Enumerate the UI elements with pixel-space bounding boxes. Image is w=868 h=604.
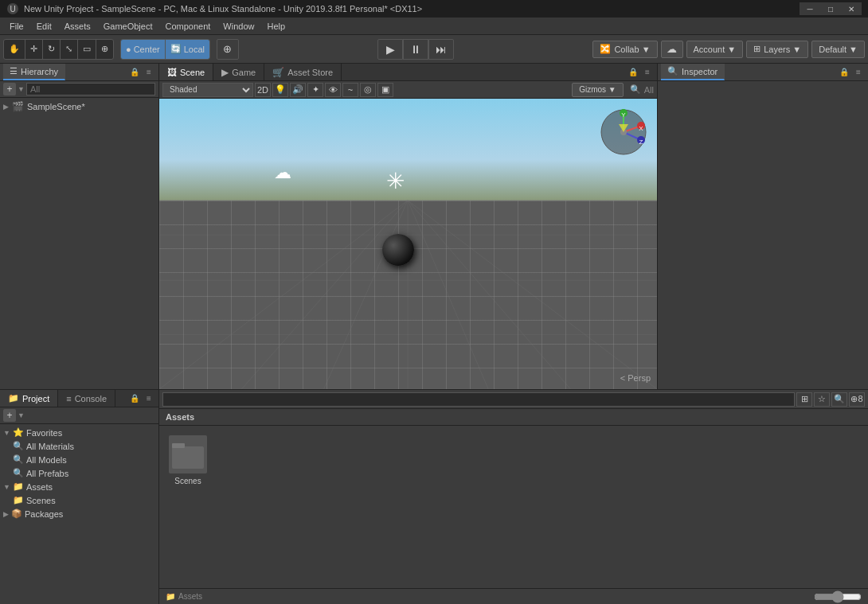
game-tab-icon: ▶ [221,67,229,78]
inspector-menu-button[interactable]: ≡ [852,66,865,79]
menu-file[interactable]: File [3,18,30,34]
assets-filter-button[interactable]: ⊞ [796,392,812,407]
pause-button[interactable]: ⏸ [403,39,428,60]
close-button[interactable]: ✕ [841,2,862,15]
project-menu-button[interactable]: ≡ [143,392,155,405]
all-materials-item[interactable]: 🔍 All Materials [10,439,158,453]
project-lock-button[interactable]: 🔒 [128,392,141,405]
hierarchy-add-button[interactable]: + [3,83,16,95]
menu-assets[interactable]: Assets [58,18,97,34]
right-toolbar: 🔀 Collab ▼ ☁ Account ▼ ⊞ Layers ▼ Defaul… [592,41,865,58]
inspector-tab[interactable]: 🔍 Inspector [661,64,725,80]
maximize-button[interactable]: □ [820,2,841,15]
step-button[interactable]: ⏭ [428,39,454,60]
assets-folder-icon: 📁 [13,481,24,492]
assets-expand-arrow: ▼ [3,483,10,491]
game-tab-label: Game [232,68,256,77]
search-icon: 🔍 [630,84,641,95]
packages-expand-arrow: ▶ [3,510,9,518]
scene-fx-button[interactable]: ✦ [307,83,323,97]
gizmos-label: Gizmos ▼ [579,85,616,94]
assets-search-button[interactable]: 🔍 [831,392,847,407]
rotate-tool-button[interactable]: ↻ [43,39,60,60]
hierarchy-menu-button[interactable]: ≡ [143,66,155,79]
scene-light-button[interactable]: 💡 [272,83,288,97]
gizmos-button[interactable]: Gizmos ▼ [572,83,624,97]
all-prefabs-item[interactable]: 🔍 All Prefabs [10,466,158,480]
assets-footer-path: Assets [178,592,202,601]
scenes-folder-label: Scenes [174,477,201,485]
assets-more-button[interactable]: ⊕8 [849,392,865,407]
shading-mode-select[interactable]: Shaded Wireframe Shaded Wireframe [162,83,253,97]
snap-button[interactable]: ⊕ [217,39,239,60]
assets-search-input[interactable] [162,392,795,407]
minimize-button[interactable]: ─ [800,2,820,15]
asset-size-slider[interactable] [814,590,862,603]
animated-materials-button[interactable]: ▣ [377,83,393,97]
cloud-button[interactable]: ☁ [661,41,683,58]
project-tab[interactable]: 📁 Project [0,390,58,407]
menu-help[interactable]: Help [260,18,291,34]
hierarchy-title: Hierarchy [21,67,58,76]
layout-button[interactable]: Default ▼ [811,41,865,58]
menu-component[interactable]: Component [158,18,217,34]
scene-lock-button[interactable]: 🔒 [627,66,639,79]
favorites-item[interactable]: ▼ ⭐ Favorites [0,426,158,439]
layers-button[interactable]: ⊞ Layers ▼ [746,41,808,58]
title-bar: U New Unity Project - SampleScene - PC, … [0,0,868,18]
all-models-icon: 🔍 [13,454,24,465]
local-button[interactable]: 🔄 Local [166,39,209,60]
inspector-icon: 🔍 [667,66,678,76]
console-tab[interactable]: ≡ Console [58,390,115,407]
hide-skybox-button[interactable]: 👁 [325,83,341,97]
assets-section: 📁 Scenes [0,493,158,507]
all-search-label: All [644,85,654,95]
play-button[interactable]: ▶ [377,39,403,60]
project-add-button[interactable]: + [3,409,16,422]
move-tool-button[interactable]: ✛ [25,39,42,60]
scene-view[interactable]: ✳ ☁ X [159,99,657,389]
scene-audio-button[interactable]: 🔊 [290,83,306,97]
custom-tool-button[interactable]: ⊕ [96,39,113,60]
menu-window[interactable]: Window [217,18,260,34]
game-tab[interactable]: ▶ Game [213,64,264,80]
hierarchy-search-input[interactable] [26,83,155,95]
favorites-expand-arrow: ▼ [3,429,10,437]
fog-button[interactable]: ~ [342,83,358,97]
assets-content[interactable]: Scenes [159,426,868,588]
inspector-title: Inspector [682,67,717,76]
assets-tree-label: Assets [26,482,53,492]
2d-view-button[interactable]: 2D [255,83,271,97]
center-button[interactable]: ● Center [121,39,165,60]
collab-button[interactable]: 🔀 Collab ▼ [592,41,657,58]
assets-tree-item[interactable]: ▼ 📁 Assets [0,480,158,493]
packages-item[interactable]: ▶ 📦 Packages [0,507,158,520]
scene-item[interactable]: ▶ 🎬 SampleScene* [0,99,158,114]
hierarchy-tab[interactable]: ☰ Hierarchy [3,64,65,80]
collab-label: Collab ▼ [614,45,650,54]
assets-star-button[interactable]: ☆ [814,392,830,407]
inspector-lock-button[interactable]: 🔒 [838,66,850,79]
scenes-folder-item[interactable]: Scenes [166,432,210,489]
hand-tool-button[interactable]: ✋ [4,39,25,60]
scene-tab-icon: 🖼 [167,67,177,78]
svg-rect-26 [172,446,204,469]
hierarchy-lock-button[interactable]: 🔒 [128,66,141,79]
rect-tool-button[interactable]: ▭ [78,39,96,60]
scale-tool-button[interactable]: ⤡ [61,39,77,60]
project-tab-icon: 📁 [8,393,19,403]
svg-text:Y: Y [621,111,626,119]
project-add-arrow: ▼ [18,411,25,419]
scenes-tree-item[interactable]: 📁 Scenes [10,493,158,507]
flares-button[interactable]: ◎ [360,83,376,97]
menu-edit[interactable]: Edit [30,18,58,34]
all-models-item[interactable]: 🔍 All Models [10,453,158,466]
asset-store-tab[interactable]: 🛒 Asset Store [264,64,342,80]
svg-rect-27 [172,443,185,448]
scene-cloud: ☁ [274,162,291,183]
window-title: New Unity Project - SampleScene - PC, Ma… [24,4,800,14]
scene-tab[interactable]: 🖼 Scene [159,64,213,80]
account-button[interactable]: Account ▼ [686,41,744,58]
menu-gameobject[interactable]: GameObject [97,18,159,34]
scene-menu-button[interactable]: ≡ [641,66,654,79]
